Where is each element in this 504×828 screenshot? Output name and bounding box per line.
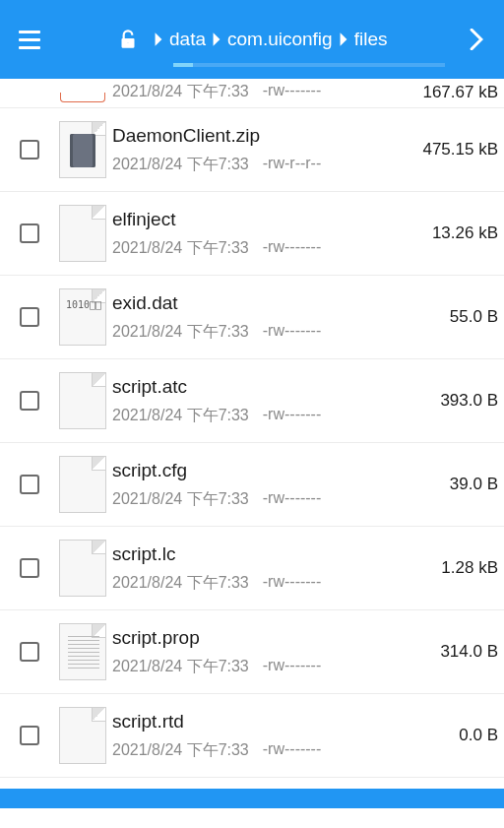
file-perm: -rw-------	[263, 573, 322, 594]
list-item[interactable]: elfinject 2021/8/24 下午7:33 -rw------- 13…	[0, 192, 504, 276]
file-date: 2021/8/24 下午7:33	[112, 82, 249, 102]
file-size: 39.0 B	[400, 475, 498, 494]
chevron-right-icon	[335, 32, 352, 47]
file-icon	[53, 453, 112, 516]
file-date: 2021/8/24 下午7:33	[112, 657, 249, 677]
breadcrumb: data com.uiconfig files	[150, 29, 389, 50]
svg-rect-8	[21, 643, 38, 661]
file-name: script.rtd	[112, 711, 400, 732]
next-icon[interactable]	[459, 22, 494, 57]
file-size: 393.0 B	[400, 391, 498, 411]
checkbox[interactable]	[6, 389, 53, 413]
checkbox[interactable]	[6, 556, 53, 580]
file-size: 475.15 kB	[400, 140, 498, 159]
file-size: 55.0 B	[400, 307, 498, 327]
list-item[interactable]: script.cfg 2021/8/24 下午7:33 -rw------- 3…	[0, 443, 504, 527]
zip-file-icon	[53, 118, 112, 181]
list-item[interactable]: DaemonClient.zip 2021/8/24 下午7:33 -rw-r-…	[0, 108, 504, 192]
file-name: DaemonClient.zip	[112, 125, 400, 147]
checkbox[interactable]	[6, 138, 53, 161]
file-perm: -rw-------	[263, 489, 322, 510]
file-icon	[53, 704, 112, 767]
unlock-icon[interactable]	[110, 22, 146, 57]
breadcrumb-seg-1[interactable]: com.uiconfig	[225, 29, 335, 50]
svg-rect-4	[21, 308, 38, 326]
breadcrumb-seg-2[interactable]: files	[352, 29, 390, 50]
file-perm: -rw-------	[263, 406, 322, 426]
checkbox[interactable]	[6, 305, 53, 329]
svg-point-1	[127, 41, 130, 44]
file-date: 2021/8/24 下午7:33	[112, 155, 249, 175]
file-name: script.cfg	[112, 460, 400, 481]
list-item[interactable]: script.lc 2021/8/24 下午7:33 -rw------- 1.…	[0, 527, 504, 610]
app-bar: data com.uiconfig files	[0, 0, 504, 79]
file-name: script.atc	[112, 376, 400, 398]
file-perm: -rw-------	[263, 238, 322, 259]
breadcrumb-seg-0[interactable]: data	[167, 29, 208, 50]
file-size: 167.67 kB	[400, 83, 498, 102]
file-date: 2021/8/24 下午7:33	[112, 238, 249, 259]
file-size: 13.26 kB	[400, 223, 498, 243]
file-size: 0.0 B	[400, 726, 498, 745]
file-date: 2021/8/24 下午7:33	[112, 322, 249, 343]
text-file-icon	[53, 620, 112, 683]
bottom-bar	[0, 789, 504, 808]
svg-rect-5	[21, 392, 38, 410]
file-size: 1.28 kB	[400, 558, 498, 578]
menu-icon[interactable]	[10, 20, 49, 59]
file-perm: -rw-r--r--	[263, 155, 322, 175]
file-perm: -rw-------	[263, 322, 322, 343]
binary-file-icon	[53, 286, 112, 349]
file-date: 2021/8/24 下午7:33	[112, 489, 249, 510]
list-item[interactable]: 2021/8/24 下午7:33 -rw------- 167.67 kB	[0, 79, 504, 108]
list-item[interactable]: script.prop 2021/8/24 下午7:33 -rw------- …	[0, 610, 504, 694]
list-item[interactable]: script.atc 2021/8/24 下午7:33 -rw------- 3…	[0, 359, 504, 443]
list-item[interactable]: exid.dat 2021/8/24 下午7:33 -rw------- 55.…	[0, 276, 504, 359]
file-perm: -rw-------	[263, 740, 322, 761]
checkbox[interactable]	[6, 640, 53, 664]
file-name: script.prop	[112, 627, 400, 649]
file-icon	[53, 202, 112, 265]
file-name: exid.dat	[112, 292, 400, 314]
file-name: script.lc	[112, 543, 400, 565]
svg-rect-6	[21, 476, 38, 493]
file-icon	[53, 369, 112, 432]
checkbox[interactable]	[6, 724, 53, 747]
file-name: elfinject	[112, 209, 400, 230]
checkbox[interactable]	[6, 222, 53, 245]
svg-rect-3	[21, 224, 38, 242]
svg-rect-9	[21, 727, 38, 744]
file-date: 2021/8/24 下午7:33	[112, 406, 249, 426]
svg-rect-2	[21, 141, 38, 159]
chevron-right-icon	[150, 32, 167, 47]
chevron-right-icon	[208, 32, 225, 47]
file-icon	[53, 83, 112, 102]
list-item[interactable]: script.rtd 2021/8/24 下午7:33 -rw------- 0…	[0, 694, 504, 778]
file-perm: -rw-------	[263, 657, 322, 677]
checkbox[interactable]	[6, 473, 53, 496]
file-perm: -rw-------	[263, 82, 322, 102]
file-icon	[53, 537, 112, 600]
svg-rect-7	[21, 559, 38, 577]
file-date: 2021/8/24 下午7:33	[112, 740, 249, 761]
file-list: 2021/8/24 下午7:33 -rw------- 167.67 kB Da…	[0, 79, 504, 808]
progress-bar	[173, 63, 445, 67]
file-date: 2021/8/24 下午7:33	[112, 573, 249, 594]
file-size: 314.0 B	[400, 642, 498, 662]
